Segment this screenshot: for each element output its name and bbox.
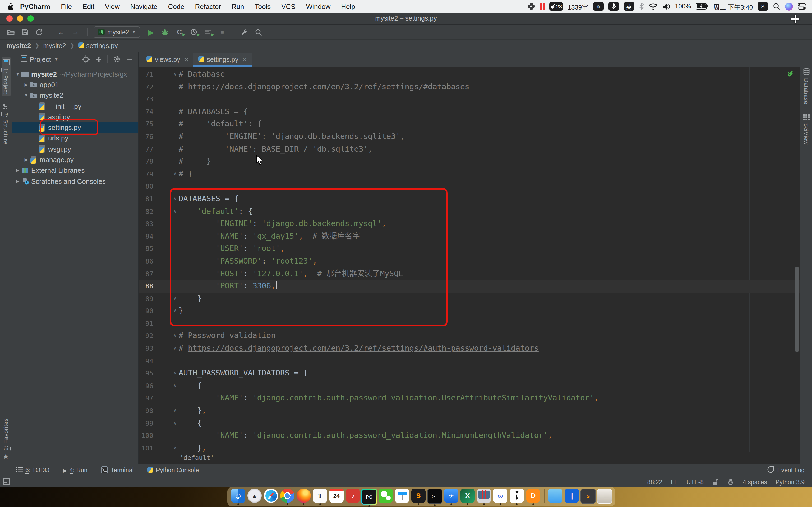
tool-strip-tab-sciview[interactable]: SciView — [803, 114, 810, 145]
pause-icon[interactable] — [540, 3, 545, 9]
tree-item-settings-py[interactable]: settings.py — [12, 122, 138, 133]
fold-marker-icon[interactable]: ∨ — [153, 330, 179, 342]
close-tab-icon[interactable]: ✕ — [184, 56, 189, 63]
apple-menu-icon[interactable] — [6, 2, 14, 11]
dock-finder-icon[interactable] — [231, 489, 245, 503]
sogou-badge[interactable]: S — [758, 2, 768, 11]
code-line-75[interactable]: 75# 'default': { — [139, 118, 800, 130]
emoji-input-badge[interactable]: ☺ — [593, 2, 603, 11]
lock-icon[interactable] — [712, 478, 718, 485]
fold-marker-icon[interactable]: ∨ — [153, 367, 179, 380]
coverage-button[interactable]: C▶ — [173, 27, 186, 37]
fold-marker-icon[interactable]: ∨ — [153, 380, 179, 392]
tool-strip-tab-structure[interactable]: 7: Structure — [2, 104, 9, 145]
tool-window-button-event-log[interactable]: Event Log — [767, 466, 805, 474]
microphone-badge[interactable] — [608, 2, 619, 11]
tree-item-mysite2[interactable]: ▼mysite2 — [12, 90, 138, 101]
code-line-82[interactable]: 82∨ 'default': { — [139, 205, 800, 218]
code-line-86[interactable]: 86 'PASSWORD': 'root123', — [139, 255, 800, 268]
project-panel-title[interactable]: Project — [30, 55, 51, 63]
chevron-right-icon[interactable]: ▶ — [23, 157, 30, 162]
dock-boss-app-icon[interactable] — [510, 489, 524, 503]
dock-wechat-icon[interactable] — [378, 489, 393, 503]
dock-chrome-icon[interactable] — [280, 489, 295, 503]
code-line-85[interactable]: 85 'USER': 'root', — [139, 243, 800, 255]
code-line-89[interactable]: 89∧ } — [139, 292, 800, 305]
back-button[interactable]: ← — [55, 27, 68, 37]
fold-marker-icon[interactable]: ∨ — [153, 205, 179, 218]
wrench-button[interactable] — [238, 27, 251, 37]
menu-edit[interactable]: Edit — [77, 2, 100, 10]
file-encoding[interactable]: UTF-8 — [687, 479, 704, 485]
code-line-88[interactable]: 88 'PORT': 3306, — [139, 280, 800, 292]
chevron-right-icon[interactable]: ▶ — [14, 168, 21, 173]
tool-window-button-terminal[interactable]: Terminal — [101, 466, 134, 474]
inspections-ok-icon[interactable] — [788, 69, 796, 79]
fold-marker-icon[interactable]: ∨ — [153, 68, 179, 80]
editor-scrollbar[interactable] — [795, 267, 799, 352]
dock-firefox-icon[interactable] — [297, 489, 311, 503]
menu-navigate[interactable]: Navigate — [125, 2, 163, 10]
fan-icon[interactable] — [527, 2, 536, 11]
menu-file[interactable]: File — [55, 2, 77, 10]
code-line-77[interactable]: 77# 'NAME': BASE_DIR / 'db.sqlite3', — [139, 143, 800, 155]
code-line-73[interactable]: 73 — [139, 93, 800, 105]
dock-netease-music-icon[interactable]: ♪ — [346, 489, 360, 503]
dock-meeting-app-icon[interactable]: ∞ — [493, 489, 507, 503]
tree-item-mysite2[interactable]: ▼mysite2~/PycharmProjects/gx — [12, 69, 138, 79]
indent-setting[interactable]: 4 spaces — [743, 479, 767, 485]
code-line-76[interactable]: 76# 'ENGINE': 'django.db.backends.sqlite… — [139, 130, 800, 143]
spotlight-icon[interactable] — [773, 3, 780, 10]
tree-item-urls-py[interactable]: urls.py — [12, 133, 138, 144]
code-line-96[interactable]: 96∨ { — [139, 380, 800, 392]
code-line-94[interactable]: 94 — [139, 355, 800, 367]
code-line-100[interactable]: 100 'NAME': 'django.contrib.auth.passwor… — [139, 429, 800, 442]
dock-documents-stack-icon[interactable] — [548, 489, 562, 503]
menu-run[interactable]: Run — [226, 2, 250, 10]
word-count[interactable]: 1339字 — [568, 2, 588, 11]
debug-button[interactable] — [159, 27, 171, 37]
code-line-80[interactable]: 80 — [139, 180, 800, 193]
caret-position[interactable]: 88:22 — [647, 479, 662, 485]
control-center-icon[interactable] — [798, 3, 806, 9]
code-line-78[interactable]: 78# } — [139, 155, 800, 168]
editor-tab-views-py[interactable]: views.py✕ — [142, 53, 194, 66]
code-line-83[interactable]: 83 'ENGINE': 'django.db.backends.mysql', — [139, 218, 800, 230]
fold-marker-icon[interactable]: ∨ — [153, 193, 179, 205]
hector-inspector-icon[interactable] — [727, 478, 734, 485]
tool-window-button-todo[interactable]: 6: TODO — [16, 467, 49, 473]
dock-launchpad-icon[interactable]: ▲ — [247, 489, 262, 503]
code-line-84[interactable]: 84 'NAME': 'gx_day15', # 数据库名字 — [139, 230, 800, 242]
open-button[interactable] — [4, 27, 17, 37]
breadcrumb-item[interactable]: mysite2 — [43, 42, 66, 49]
search-button[interactable] — [252, 27, 265, 37]
dock-pycharm-icon[interactable]: PC — [361, 489, 377, 505]
dock-safari-icon[interactable] — [264, 489, 278, 503]
editor-breadcrumb-bar[interactable]: 'default' — [139, 452, 800, 464]
dock-typora-icon[interactable]: T — [313, 489, 327, 503]
menu-pycharm[interactable]: PyCharm — [16, 2, 55, 10]
window-title-bar[interactable]: mysite2 – settings.py — [0, 13, 812, 25]
menu-help[interactable]: Help — [336, 2, 361, 10]
volume-icon[interactable] — [662, 3, 670, 10]
dock-calendar-icon[interactable]: 24 — [329, 489, 344, 503]
tool-window-button-run[interactable]: ▶4: Run — [63, 467, 88, 473]
fold-marker-icon[interactable]: ∧ — [153, 168, 179, 180]
fold-marker-icon[interactable]: ∨ — [153, 417, 179, 429]
code-line-71[interactable]: 71∨# Database — [139, 68, 800, 80]
fold-marker-icon[interactable]: ∧ — [153, 342, 179, 355]
dock-terminal-app-icon[interactable]: >_ — [427, 489, 443, 504]
wifi-icon[interactable] — [648, 3, 657, 10]
breadcrumb-item[interactable]: mysite2 — [6, 42, 31, 49]
code-line-101[interactable]: 101∧ }, — [139, 442, 800, 452]
tool-strip-tab-project[interactable]: 1: Project — [1, 57, 10, 96]
save-button[interactable] — [18, 27, 31, 37]
chevron-down-icon[interactable]: ▼ — [14, 71, 21, 76]
fold-marker-icon[interactable]: ∧ — [153, 404, 179, 417]
menu-window[interactable]: Window — [301, 2, 336, 10]
code-line-81[interactable]: 81∨DATABASES = { — [139, 193, 800, 205]
tree-item-wsgi-py[interactable]: wsgi.py — [12, 144, 138, 155]
tree-item-app01[interactable]: ▶app01 — [12, 79, 138, 90]
dock-screen-recorder-icon[interactable] — [477, 489, 491, 503]
dock-parallels-icon[interactable]: ∥ — [565, 489, 579, 503]
